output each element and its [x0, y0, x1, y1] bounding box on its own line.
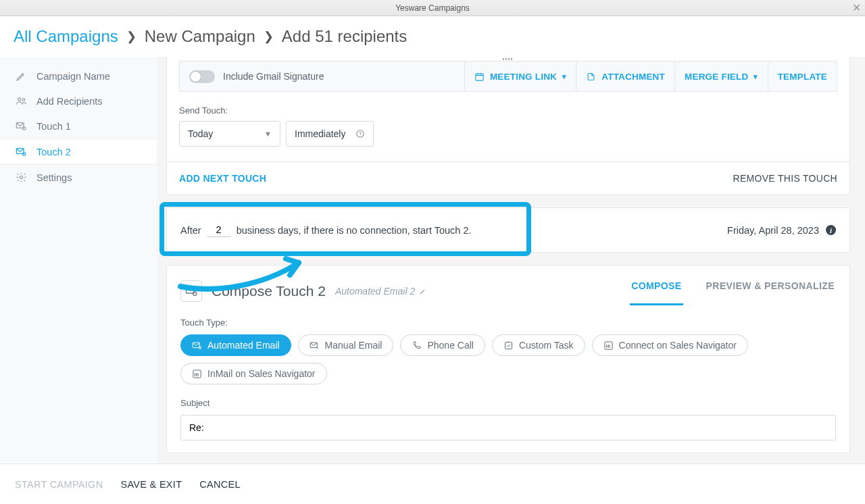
timing-days-input[interactable] [207, 223, 231, 237]
svg-point-1 [22, 99, 25, 101]
touch-type-connect-navigator[interactable]: Connect on Sales Navigator [592, 334, 748, 356]
timing-date: Friday, April 28, 2023 [727, 225, 819, 236]
chevron-right-icon: ❯ [126, 29, 137, 44]
touch-1-card: Include Gmail Signature MEETING LINK ▾ A… [166, 57, 850, 195]
chevron-down-icon: ▾ [753, 72, 758, 81]
pencil-icon [15, 70, 27, 82]
sidebar-item-label: Touch 2 [36, 147, 71, 157]
subject-input[interactable] [180, 415, 836, 440]
svg-point-10 [193, 292, 197, 295]
sidebar-item-touch-1[interactable]: Touch 1 [0, 114, 157, 138]
window-title: Yesware Campaigns [395, 3, 470, 13]
touch-type-phone-call[interactable]: Phone Call [400, 334, 485, 356]
mail-gear-icon [15, 120, 27, 132]
add-next-touch-button[interactable]: ADD NEXT TOUCH [179, 173, 266, 184]
info-icon[interactable]: i [826, 225, 836, 235]
chevron-down-icon: ▾ [562, 72, 566, 81]
pencil-icon[interactable] [419, 287, 427, 295]
tab-preview-personalize[interactable]: PREVIEW & PERSONALIZE [705, 276, 836, 305]
send-day-select[interactable]: Today ▼ [179, 121, 280, 147]
sidebar-item-label: Campaign Name [36, 71, 110, 82]
cancel-button[interactable]: CANCEL [199, 479, 241, 490]
svg-point-6 [20, 176, 22, 178]
send-time-select[interactable]: Immediately [286, 121, 374, 147]
subject-label: Subject [180, 398, 836, 408]
mail-gear-icon [180, 280, 202, 302]
sidebar-item-label: Add Recipients [36, 96, 103, 107]
mail-gear-icon [15, 146, 27, 157]
compose-title: Compose Touch 2 [212, 283, 326, 299]
svg-point-3 [22, 127, 25, 130]
sidebar-item-settings[interactable]: Settings [0, 165, 157, 190]
svg-rect-14 [505, 342, 512, 349]
timing-text-before: After [180, 225, 201, 236]
sidebar-item-touch-2[interactable]: Touch 2 [0, 138, 157, 165]
sidebar-item-label: Settings [36, 172, 72, 183]
svg-point-5 [22, 153, 25, 155]
breadcrumb-root[interactable]: All Campaigns [14, 27, 118, 46]
window-close-button[interactable]: ✕ [852, 1, 861, 14]
save-exit-button[interactable]: SAVE & EXIT [120, 479, 182, 490]
bottom-bar: START CAMPAIGN SAVE & EXIT CANCEL [0, 463, 865, 504]
timing-text-after: business days, if there is no connection… [237, 225, 472, 236]
touch-type-label: Touch Type: [180, 318, 836, 328]
template-button[interactable]: TEMPLATE [768, 61, 837, 91]
signature-switch[interactable] [189, 70, 215, 83]
touch-type-custom-task[interactable]: Custom Task [492, 334, 585, 356]
sidebar-item-label: Touch 1 [36, 121, 71, 132]
window-titlebar: Yesware Campaigns ✕ [0, 0, 865, 16]
breadcrumb-step1: New Campaign [145, 27, 255, 46]
touch-type-automated-email[interactable]: Automated Email [180, 334, 291, 356]
remove-touch-button[interactable]: REMOVE THIS TOUCH [733, 173, 837, 184]
timing-card: After business days, if there is no conn… [166, 207, 850, 253]
sidebar-item-add-recipients[interactable]: Add Recipients [0, 89, 157, 114]
sidebar-item-campaign-name[interactable]: Campaign Name [0, 64, 157, 89]
svg-rect-7 [476, 74, 483, 80]
tab-compose[interactable]: COMPOSE [630, 276, 683, 305]
merge-field-button[interactable]: MERGE FIELD ▾ [674, 61, 768, 91]
touch-2-card: Compose Touch 2 Automated Email 2 COMPOS… [166, 265, 850, 453]
sidebar: Campaign Name Add Recipients Touch 1 Tou… [0, 57, 157, 463]
chevron-down-icon: ▼ [264, 130, 272, 138]
breadcrumb-step2: Add 51 recipients [282, 27, 407, 46]
send-touch-label: Send Touch: [179, 105, 837, 116]
people-icon [15, 95, 27, 107]
touch-type-inmail-navigator[interactable]: InMail on Sales Navigator [180, 363, 327, 384]
chevron-right-icon: ❯ [264, 29, 274, 44]
gear-icon [15, 172, 27, 183]
svg-point-0 [18, 98, 20, 101]
compose-subtitle: Automated Email 2 [335, 286, 415, 297]
breadcrumb: All Campaigns ❯ New Campaign ❯ Add 51 re… [0, 16, 865, 57]
touch-type-manual-email[interactable]: Manual Email [298, 334, 394, 356]
signature-bar: Include Gmail Signature MEETING LINK ▾ A… [179, 61, 837, 92]
signature-label: Include Gmail Signature [223, 71, 324, 82]
meeting-link-button[interactable]: MEETING LINK ▾ [464, 61, 576, 91]
start-campaign-button: START CAMPAIGN [15, 479, 103, 490]
clock-icon [355, 129, 365, 138]
main-content: Include Gmail Signature MEETING LINK ▾ A… [157, 57, 865, 463]
attachment-button[interactable]: ATTACHMENT [576, 61, 674, 91]
